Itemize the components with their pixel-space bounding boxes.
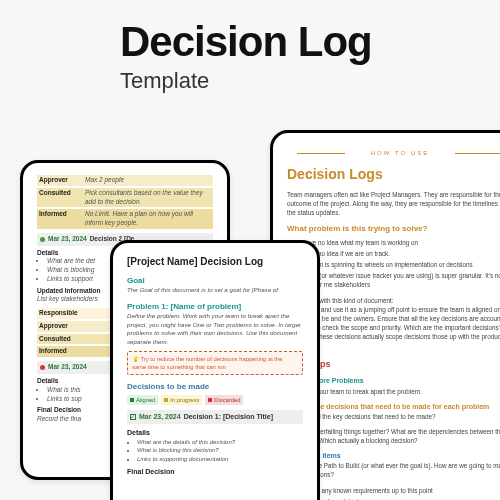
intro-text: Team managers often act like Project Man… [287, 190, 500, 217]
preview-doc-main: [Project Name] Decision Log Goal The Goa… [110, 240, 320, 500]
details-heading: Details [127, 428, 303, 438]
raci-row-approver: Approver Max 2 people [37, 175, 213, 186]
chip-aligned: Aligned [127, 395, 158, 405]
doc-title: Decision Logs [287, 164, 500, 184]
square-icon [164, 398, 168, 402]
raci-row-consulted: Consulted Pick consultants based on the … [37, 188, 213, 208]
section-heading: What problem is this trying to solve? [287, 223, 500, 235]
decision-row: Mar 23, 2024 Decision 1: [Decision Title… [127, 410, 303, 424]
status-dot-icon [40, 365, 45, 370]
square-icon [130, 398, 134, 402]
details-list: What are the details of this decision? W… [127, 438, 303, 463]
callout-box: 💡 Try to reduce the number of decisions … [127, 351, 303, 375]
problem-heading: Problem 1: [Name of problem] [127, 301, 303, 312]
lightbulb-icon: 💡 [132, 356, 139, 362]
page-header: Decision Log Template [120, 18, 372, 94]
howto-label: HOW TO USE [287, 149, 500, 158]
checkbox-icon [130, 414, 136, 420]
status-chips: Aligned In progress Discarded [127, 395, 303, 405]
chip-discarded: Discarded [205, 395, 243, 405]
goal-heading: Goal [127, 275, 303, 286]
raci-row-informed: Informed No Limit. Have a plan on how yo… [37, 209, 213, 229]
final-decision-heading: Final Decision [127, 467, 303, 477]
doc-title: [Project Name] Decision Log [127, 255, 303, 269]
status-dot-icon [40, 237, 45, 242]
page-title: Decision Log [120, 18, 372, 66]
decisions-heading: Decisions to be made [127, 381, 303, 392]
chip-inprogress: In progress [161, 395, 202, 405]
square-icon [208, 398, 212, 402]
page-subtitle: Template [120, 68, 372, 94]
